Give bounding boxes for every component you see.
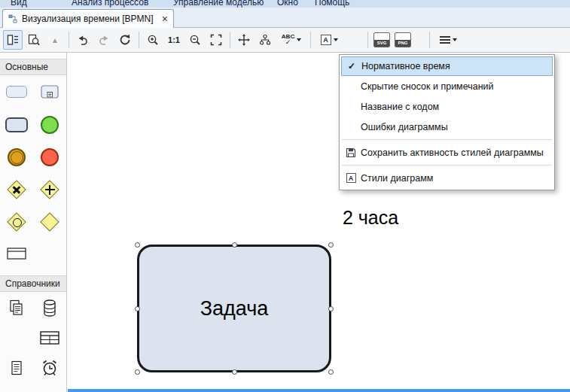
panel-list-icon	[7, 34, 19, 46]
palette-table[interactable]	[33, 324, 66, 352]
intermediate-event-icon	[8, 148, 26, 166]
menu-item-label: Нормативное время	[361, 61, 450, 71]
palette-start-event[interactable]	[33, 108, 66, 141]
documents-icon	[9, 299, 24, 316]
hierarchy-button[interactable]	[255, 30, 275, 50]
zoom-in-icon	[147, 34, 159, 46]
tab-close-icon[interactable]: ×	[162, 14, 168, 24]
menu-item-label: Стили диаграмм	[361, 173, 433, 184]
menu-item-diagram-styles[interactable]: A Стили диаграмм	[341, 168, 553, 188]
menu-item-help[interactable]: Помощь	[315, 0, 349, 8]
chevron-down-icon	[453, 38, 457, 41]
palette-end-event[interactable]	[33, 141, 66, 173]
palette-documents[interactable]	[0, 292, 33, 324]
menu-item-label: Сохранить активность стилей диаграммы	[361, 147, 544, 158]
resize-handle-ne[interactable]	[328, 242, 334, 248]
menu-item-diagram-errors[interactable]: Ошибки диаграммы	[341, 117, 553, 137]
up-triangle-icon: ▲	[51, 36, 59, 44]
palette-pool[interactable]	[0, 238, 33, 269]
view-options-button[interactable]	[434, 30, 462, 50]
parallel-gateway-icon	[39, 179, 60, 200]
svg-file-icon: SVG	[373, 32, 390, 47]
chevron-down-icon	[334, 38, 338, 41]
view-options-menu: ✓ Нормативное время Скрытие сносок и при…	[339, 54, 555, 190]
tab-title: Визуализация времени [BPMN]	[22, 14, 154, 24]
menu-item-hide-footnotes[interactable]: Скрытие сносок и примечаний	[341, 76, 553, 96]
export-svg-button[interactable]: SVG	[372, 30, 392, 50]
resize-handle-n[interactable]	[232, 242, 237, 248]
toolbar-separator	[367, 32, 368, 48]
zoom-out-button[interactable]	[185, 30, 205, 50]
resize-handle-nw[interactable]	[135, 242, 140, 248]
palette-inclusive-gateway[interactable]	[0, 206, 33, 238]
menu-item-process-analysis[interactable]: Анализ процессов	[72, 0, 148, 8]
task-shape[interactable]: Задача	[137, 245, 331, 372]
palette-intermediate-event[interactable]	[0, 141, 33, 173]
menu-item-save-style-activity[interactable]: Сохранить активность стилей диаграммы	[341, 142, 553, 163]
refresh-button[interactable]	[115, 30, 135, 50]
menu-item-label: Скрытие сносок и примечаний	[361, 81, 494, 92]
zoom-fit-button[interactable]	[206, 30, 226, 50]
panels-toggle-button[interactable]	[3, 30, 23, 50]
palette-timer[interactable]	[33, 352, 66, 384]
menu-item-view[interactable]: Вид	[11, 0, 27, 8]
section-label: Справочники	[5, 278, 60, 289]
toolbar-separator	[230, 32, 230, 48]
palette-parallel-gateway[interactable]	[33, 173, 66, 206]
resize-handle-w[interactable]	[135, 306, 140, 311]
toolbar: ▲ 1:1	[0, 28, 570, 53]
zoom-in-button[interactable]	[143, 30, 163, 50]
hierarchy-tree-icon	[259, 34, 271, 46]
menu-separator	[342, 139, 552, 140]
resize-handle-e[interactable]	[328, 306, 334, 311]
tab-time-visualization[interactable]: Визуализация времени [BPMN] ×	[2, 9, 174, 28]
redo-icon	[98, 34, 110, 46]
palette-database[interactable]	[33, 292, 66, 324]
styles-a-icon: A	[321, 35, 331, 45]
undo-button[interactable]	[73, 30, 93, 50]
redo-button[interactable]	[94, 30, 114, 50]
process-shape-icon	[6, 86, 27, 98]
menu-item-window[interactable]: Окно	[277, 0, 298, 8]
refresh-icon	[119, 34, 131, 46]
chevron-down-icon	[297, 38, 301, 41]
styles-a-icon: A	[346, 173, 356, 183]
resize-handle-sw[interactable]	[135, 369, 140, 375]
menu-bar: Вид Анализ процессов Управление моделью …	[0, 0, 570, 8]
horizontal-scrollbar[interactable]	[68, 389, 570, 392]
find-in-diagram-button[interactable]	[24, 30, 44, 50]
spellcheck-button[interactable]: ABC ✓	[276, 30, 306, 50]
palette-task[interactable]	[0, 108, 33, 141]
toolbar-separator	[429, 32, 430, 48]
pool-shape-icon	[7, 248, 26, 260]
end-event-icon	[41, 148, 59, 166]
palette-gateway[interactable]	[33, 206, 66, 238]
zoom-level-label: 1:1	[168, 35, 180, 44]
toolbar-separator	[139, 32, 139, 48]
alarm-clock-icon	[41, 359, 59, 377]
tab-bar: Визуализация времени [BPMN] ×	[0, 8, 570, 28]
task-shape-icon	[5, 117, 28, 132]
menu-item-name-with-code[interactable]: Название с кодом	[341, 96, 553, 117]
start-event-icon	[41, 116, 59, 134]
palette-section-references[interactable]: Справочники	[0, 275, 66, 292]
menu-separator	[342, 165, 552, 166]
collapse-button[interactable]: ▲	[45, 30, 65, 50]
export-png-button[interactable]: PNG	[393, 30, 413, 50]
palette-subprocess[interactable]	[33, 75, 66, 108]
find-icon	[28, 34, 40, 46]
pan-button[interactable]	[234, 30, 254, 50]
palette-exclusive-gateway[interactable]	[0, 173, 33, 206]
menu-item-normative-time[interactable]: ✓ Нормативное время	[341, 56, 553, 76]
resize-handle-s[interactable]	[232, 369, 237, 375]
resize-handle-se[interactable]	[328, 369, 334, 375]
palette-document[interactable]	[0, 352, 33, 384]
normative-time-label[interactable]: 2 часа	[343, 207, 398, 229]
zoom-actual-button[interactable]: 1:1	[164, 30, 184, 50]
palette-section-basic[interactable]: Основные	[0, 59, 66, 75]
palette-process[interactable]	[0, 75, 33, 108]
menu-item-model-management[interactable]: Управление моделью	[173, 0, 264, 8]
task-shape-label: Задача	[200, 297, 269, 321]
menu-item-label: Ошибки диаграммы	[361, 122, 448, 132]
diagram-styles-button[interactable]: A	[315, 30, 343, 50]
